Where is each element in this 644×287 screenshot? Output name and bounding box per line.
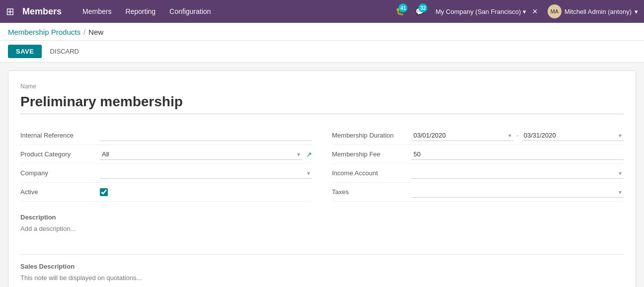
product-category-select[interactable]: All: [100, 149, 302, 160]
internal-reference-input[interactable]: [100, 130, 312, 141]
chat-badge: 32: [418, 3, 427, 12]
description-section: Description: [20, 214, 624, 246]
name-label: Name: [20, 83, 624, 90]
company-label: Company: [20, 169, 100, 177]
product-category-label: Product Category: [20, 150, 100, 158]
membership-duration-value: 03/01/2020 - 03/31/2020: [411, 130, 624, 141]
main-content: Name Internal Reference Product Category: [0, 63, 644, 287]
sales-description-section: Sales Description: [20, 263, 624, 287]
sales-description-label: Sales Description: [20, 263, 624, 270]
avatar: MA: [548, 4, 562, 18]
product-category-select-wrapper: All: [100, 149, 302, 160]
topbar-icons: 🐛 41 💬 32: [392, 3, 427, 19]
user-menu[interactable]: MA Mitchell Admin (antony) ▾: [548, 4, 638, 18]
company-select-wrapper: [100, 168, 312, 179]
income-account-row: Income Account: [332, 164, 624, 183]
membership-fee-input[interactable]: [411, 149, 624, 160]
product-category-value: All ↗: [100, 149, 312, 160]
form-right-column: Membership Duration 03/01/2020 -: [332, 126, 624, 202]
duration-start-wrapper: 03/01/2020: [411, 130, 513, 141]
company-row: Company: [20, 164, 312, 183]
nav-reporting[interactable]: Reporting: [118, 0, 162, 23]
breadcrumb-bar: Membership Products / New: [0, 23, 644, 41]
taxes-row: Taxes: [332, 183, 624, 202]
topbar: ⊞ Members Members Reporting Configuratio…: [0, 0, 644, 23]
company-chevron-icon: ▾: [523, 8, 526, 15]
internal-reference-row: Internal Reference: [20, 126, 312, 145]
app-name: Members: [22, 6, 62, 17]
company-selector[interactable]: My Company (San Francisco) ▾: [435, 8, 526, 15]
membership-fee-row: Membership Fee: [332, 145, 624, 164]
company-name: My Company (San Francisco): [435, 8, 521, 15]
product-name-input[interactable]: [20, 92, 624, 114]
breadcrumb: Membership Products / New: [8, 28, 636, 36]
breadcrumb-current: New: [88, 28, 103, 36]
form-left-column: Internal Reference Product Category All: [20, 126, 312, 202]
membership-duration-row: Membership Duration 03/01/2020 -: [332, 126, 624, 145]
bug-icon-btn[interactable]: 🐛 41: [392, 3, 407, 19]
breadcrumb-separator: /: [83, 28, 85, 36]
duration-start-select[interactable]: 03/01/2020: [411, 130, 513, 141]
active-label: Active: [20, 188, 100, 196]
nav-configuration[interactable]: Configuration: [162, 0, 218, 23]
form-card: Name Internal Reference Product Category: [8, 71, 636, 287]
grid-icon[interactable]: ⊞: [6, 5, 14, 17]
membership-fee-value: [411, 149, 624, 160]
nav-members[interactable]: Members: [76, 0, 118, 23]
divider-1: [20, 254, 624, 255]
internal-reference-label: Internal Reference: [20, 132, 100, 139]
top-nav: Members Reporting Configuration: [76, 0, 218, 23]
topbar-close-button[interactable]: ×: [532, 6, 538, 17]
description-label: Description: [20, 214, 624, 221]
active-checkbox[interactable]: [100, 188, 108, 196]
discard-button[interactable]: DISCARD: [46, 45, 83, 58]
bug-badge: 41: [399, 3, 407, 12]
membership-duration-label: Membership Duration: [332, 132, 411, 139]
income-account-value: [411, 168, 624, 179]
active-row: Active: [20, 183, 312, 202]
form-grid: Internal Reference Product Category All: [20, 126, 624, 202]
breadcrumb-parent[interactable]: Membership Products: [8, 28, 80, 36]
duration-row: 03/01/2020 - 03/31/2020: [411, 130, 624, 141]
taxes-select[interactable]: [411, 187, 624, 198]
action-bar: SAVE DISCARD: [0, 41, 644, 63]
product-category-external-link-icon[interactable]: ↗: [306, 150, 312, 158]
taxes-value: [411, 187, 624, 198]
user-chevron-icon: ▾: [635, 8, 638, 15]
active-value: [100, 188, 312, 196]
company-value: [100, 168, 312, 179]
income-account-select-wrapper: [411, 168, 624, 179]
income-account-select[interactable]: [411, 168, 624, 179]
description-textarea[interactable]: [20, 225, 624, 245]
duration-end-select[interactable]: 03/31/2020: [522, 130, 624, 141]
product-category-row: Product Category All ↗: [20, 145, 312, 164]
taxes-select-wrapper: [411, 187, 624, 198]
taxes-label: Taxes: [332, 188, 411, 196]
user-name: Mitchell Admin (antony): [564, 8, 632, 15]
internal-reference-value: [100, 130, 312, 141]
save-button[interactable]: SAVE: [8, 45, 42, 58]
income-account-label: Income Account: [332, 169, 411, 177]
sales-description-textarea[interactable]: [20, 274, 624, 287]
membership-fee-label: Membership Fee: [332, 150, 411, 158]
chat-icon-btn[interactable]: 💬 32: [411, 3, 427, 19]
company-select[interactable]: [100, 168, 312, 179]
duration-separator: -: [515, 132, 519, 139]
duration-end-wrapper: 03/31/2020: [522, 130, 624, 141]
